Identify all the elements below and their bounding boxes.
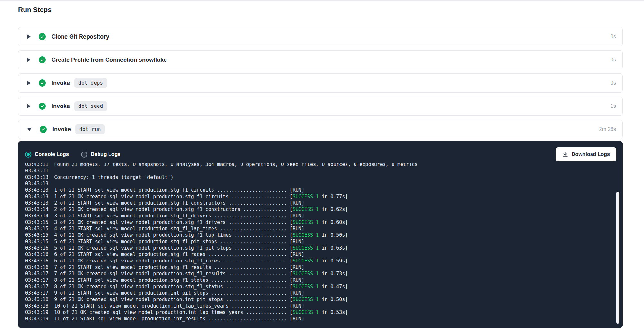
download-icon (562, 152, 568, 158)
step-duration: 0s (611, 57, 616, 63)
log-line: 03:43:11 Found 21 models, 17 tests, 0 sn… (25, 163, 613, 168)
chevron-right-icon[interactable] (27, 34, 31, 39)
log-line: 03:43:17 8 of 21 OK created sql view mod… (25, 283, 613, 290)
log-line: 03:43:11 (25, 168, 613, 174)
log-line: 03:43:13 1 of 21 START sql view model pr… (25, 187, 613, 193)
step-command-chip: dbt run (75, 124, 105, 134)
log-line: 03:43:16 5 of 21 OK created sql view mod… (25, 245, 613, 251)
log-line: 03:43:13 Concurrency: 1 threads (target=… (25, 174, 613, 180)
step-card-2[interactable]: Create Profile from Connection snowflake… (18, 50, 623, 69)
step-label: Invoke (52, 80, 70, 87)
step-card-3[interactable]: Invokedbt deps0s (18, 73, 623, 93)
console-log-output[interactable]: 03:43:11 Found 21 models, 17 tests, 0 sn… (18, 163, 613, 324)
log-line: 03:43:15 5 of 21 START sql view model pr… (25, 238, 613, 245)
log-line: 03:43:17 7 of 21 OK created sql view mod… (25, 271, 613, 277)
debug-logs-label: Debug Logs (91, 152, 120, 157)
download-logs-button[interactable]: Download Logs (556, 147, 616, 161)
log-line: 03:43:14 3 of 21 START sql view model pr… (25, 213, 613, 219)
debug-logs-option[interactable]: Debug Logs (81, 152, 120, 158)
console-logs-label: Console Logs (35, 152, 69, 157)
steps-list: Clone Git Repository0sCreate Profile fro… (18, 27, 623, 139)
log-line: 03:43:15 4 of 21 OK created sql view mod… (25, 232, 613, 238)
chevron-down-icon[interactable] (27, 128, 32, 131)
radio-selected-icon[interactable] (25, 152, 31, 158)
log-scrollbar-thumb[interactable] (616, 192, 619, 324)
step-command-chip: dbt deps (74, 78, 107, 88)
page-title: Run Steps (18, 6, 52, 14)
step-label: Invoke (52, 126, 71, 133)
step-success-icon (40, 126, 47, 133)
step-card-1[interactable]: Clone Git Repository0s (18, 27, 623, 46)
step-duration: 0s (611, 34, 616, 40)
step-label: Invoke (52, 103, 70, 110)
log-toolbar: Console Logs Debug Logs Download Logs (18, 141, 623, 161)
log-line: 03:43:18 9 of 21 OK created sql view mod… (25, 296, 613, 303)
chevron-right-icon[interactable] (27, 58, 31, 62)
step-label: Clone Git Repository (52, 33, 109, 40)
step-success-icon (39, 33, 46, 40)
step-duration: 0s (611, 80, 616, 86)
chevron-right-icon[interactable] (27, 81, 31, 85)
step-card-5[interactable]: Invokedbt run2m 26s (18, 120, 623, 139)
log-line: 03:43:14 2 of 21 OK created sql view mod… (25, 206, 613, 213)
log-line: 03:43:15 3 of 21 OK created sql view mod… (25, 219, 613, 225)
log-line: 03:43:15 4 of 21 START sql view model pr… (25, 225, 613, 232)
step-success-icon (39, 79, 46, 87)
log-line: 03:43:19 10 of 21 OK created sql view mo… (25, 309, 613, 316)
chevron-right-icon[interactable] (27, 104, 31, 108)
log-line: 03:43:17 8 of 21 START sql view model pr… (25, 277, 613, 283)
radio-unselected-icon[interactable] (81, 152, 87, 158)
radio-dot (27, 153, 30, 156)
log-line: 03:43:18 10 of 21 START sql view model p… (25, 303, 613, 309)
log-line: 03:43:17 9 of 21 START sql view model pr… (25, 290, 613, 296)
console-logs-option[interactable]: Console Logs (25, 152, 69, 158)
step-card-4[interactable]: Invokedbt seed1s (18, 97, 623, 116)
step-label: Create Profile from Connection snowflake (52, 57, 167, 63)
step-success-icon (39, 56, 46, 63)
log-line: 03:43:16 6 of 21 START sql view model pr… (25, 251, 613, 258)
download-logs-label: Download Logs (572, 152, 610, 157)
step-duration: 1s (611, 103, 616, 109)
log-line: 03:43:16 7 of 21 START sql view model pr… (25, 264, 613, 271)
step-duration: 2m 26s (599, 126, 616, 132)
console-log-panel: Console Logs Debug Logs Download Logs 03… (18, 141, 623, 328)
step-command-chip: dbt seed (74, 101, 107, 111)
log-line: 03:43:13 2 of 21 START sql view model pr… (25, 200, 613, 206)
run-steps-page: Run Steps Clone Git Repository0sCreate P… (0, 0, 644, 331)
log-line: 03:43:16 6 of 21 OK created sql view mod… (25, 258, 613, 264)
log-line: 03:43:19 11 of 21 START sql view model p… (25, 316, 613, 322)
step-success-icon (39, 103, 46, 110)
log-line: 03:43:13 1 of 21 OK created sql view mod… (25, 193, 613, 200)
log-line: 03:43:13 (25, 180, 613, 187)
